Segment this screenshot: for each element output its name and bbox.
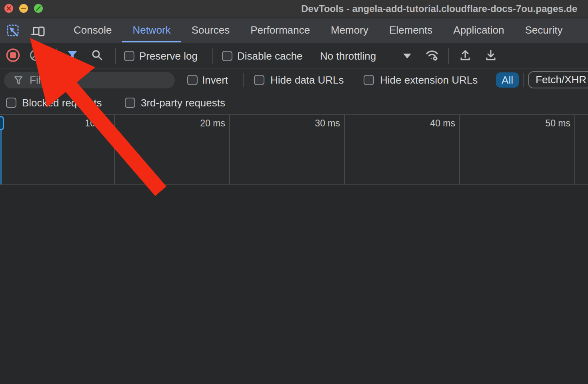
disable-cache-checkbox[interactable] bbox=[222, 51, 232, 61]
import-har-button[interactable] bbox=[459, 49, 472, 63]
invert-checkbox[interactable] bbox=[187, 75, 198, 85]
timeline-spacer bbox=[575, 115, 588, 184]
timeline-tick: 50 ms bbox=[460, 115, 575, 184]
tab-network[interactable]: Network bbox=[122, 18, 181, 42]
throttling-select[interactable]: No throttling bbox=[320, 50, 376, 62]
upload-icon bbox=[459, 49, 472, 62]
toolbar-separator bbox=[56, 48, 57, 64]
hide-data-urls-checkbox[interactable] bbox=[254, 75, 264, 85]
devtools-tabbar: Console Network Sources Performance Memo… bbox=[0, 18, 588, 44]
hide-data-urls-label[interactable]: Hide data URLs bbox=[270, 74, 344, 86]
timeline-tick: 40 ms bbox=[345, 115, 460, 184]
tab-security[interactable]: Security bbox=[515, 18, 573, 42]
invert-label[interactable]: Invert bbox=[202, 74, 228, 86]
filter-input-pill[interactable] bbox=[4, 72, 175, 88]
tab-application[interactable]: Application bbox=[443, 18, 514, 42]
devtools-window: DevTools - angela-add-tutorial.cloudflar… bbox=[0, 0, 588, 384]
request-type-chip-all[interactable]: All bbox=[496, 72, 519, 88]
hide-extension-urls-label[interactable]: Hide extension URLs bbox=[380, 74, 478, 86]
minimize-window-button[interactable] bbox=[19, 4, 28, 13]
close-icon bbox=[4, 4, 13, 13]
tab-memory[interactable]: Memory bbox=[320, 18, 379, 42]
tab-console[interactable]: Console bbox=[63, 18, 122, 42]
timeline-tick: 30 ms bbox=[230, 115, 345, 184]
search-icon bbox=[91, 49, 103, 61]
timeline-tick: 20 ms bbox=[115, 115, 230, 184]
filter-row-separator bbox=[243, 73, 244, 87]
disable-cache-label[interactable]: Disable cache bbox=[237, 50, 302, 62]
requests-panel-empty: Recordi Perform a request bbox=[0, 185, 588, 384]
timeline-selection-line bbox=[0, 130, 2, 184]
network-conditions-button[interactable] bbox=[425, 49, 440, 63]
zoom-window-button[interactable] bbox=[34, 4, 43, 13]
timeline-selection-handle[interactable] bbox=[0, 116, 4, 130]
request-type-chip-fetch-xhr[interactable]: Fetch/XHR bbox=[528, 71, 588, 88]
export-har-button[interactable] bbox=[484, 49, 497, 63]
record-icon bbox=[6, 48, 20, 62]
third-party-requests-checkbox[interactable] bbox=[125, 98, 135, 108]
timeline-tick: 10 ms bbox=[0, 115, 115, 184]
filter-input[interactable] bbox=[29, 74, 158, 87]
third-party-requests-label[interactable]: 3rd-party requests bbox=[141, 96, 225, 109]
zoom-icon bbox=[34, 4, 43, 13]
network-filter-row: Invert Hide data URLs Hide extension URL… bbox=[0, 69, 588, 91]
record-network-log-button[interactable] bbox=[6, 48, 20, 64]
clear-icon bbox=[29, 49, 42, 62]
tab-performance[interactable]: Performance bbox=[240, 18, 320, 42]
wifi-gear-icon bbox=[425, 49, 440, 62]
device-toolbar-icon bbox=[30, 24, 46, 38]
minimize-icon bbox=[19, 4, 28, 13]
toolbar-separator bbox=[115, 48, 116, 64]
toggle-device-toolbar-button[interactable] bbox=[30, 23, 46, 38]
filter-toggle-button[interactable] bbox=[66, 50, 78, 62]
clear-network-log-button[interactable] bbox=[29, 49, 42, 63]
filter-funnel-outline-icon bbox=[14, 76, 23, 85]
inspect-element-button[interactable] bbox=[6, 23, 21, 38]
tab-sources[interactable]: Sources bbox=[181, 18, 240, 42]
inspect-cursor-icon bbox=[6, 24, 20, 38]
download-icon bbox=[484, 49, 497, 62]
network-toolbar: Preserve log Disable cache No throttling bbox=[0, 43, 588, 69]
filter-row-separator bbox=[523, 73, 524, 87]
preserve-log-checkbox[interactable] bbox=[124, 51, 134, 61]
filter-funnel-icon bbox=[66, 50, 78, 61]
search-button[interactable] bbox=[91, 49, 103, 63]
tab-elements[interactable]: Elements bbox=[379, 18, 443, 42]
window-title: DevTools - angela-add-tutorial.cloudflar… bbox=[301, 0, 577, 18]
toolbar-separator bbox=[448, 48, 449, 64]
blocked-requests-checkbox[interactable] bbox=[6, 98, 16, 108]
toolbar-separator bbox=[212, 48, 213, 64]
panel-tabs: Console Network Sources Performance Memo… bbox=[63, 18, 573, 42]
network-overview-timeline[interactable]: 10 ms 20 ms 30 ms 40 ms 50 ms bbox=[0, 114, 588, 185]
blocked-requests-label[interactable]: Blocked requests bbox=[22, 96, 102, 109]
more-filters-row: Blocked requests 3rd-party requests bbox=[0, 91, 588, 114]
close-window-button[interactable] bbox=[4, 4, 13, 13]
hide-extension-urls-checkbox[interactable] bbox=[364, 75, 374, 85]
titlebar: DevTools - angela-add-tutorial.cloudflar… bbox=[0, 0, 588, 18]
preserve-log-label[interactable]: Preserve log bbox=[139, 50, 198, 62]
chevron-down-icon[interactable] bbox=[403, 54, 411, 58]
